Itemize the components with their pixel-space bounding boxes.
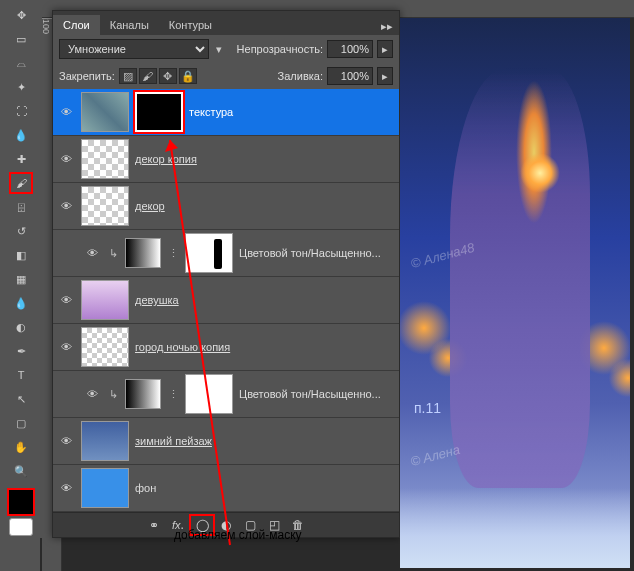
foreground-color[interactable] [7, 488, 35, 516]
layer-thumbnail[interactable] [81, 280, 129, 320]
layers-panel: Слои Каналы Контуры ▸▸ Умножение ▾ Непро… [52, 10, 400, 538]
layer-row[interactable]: 👁 зимний пейзаж [53, 418, 399, 465]
layer-row[interactable]: 👁 город ночью копия [53, 324, 399, 371]
dodge-tool[interactable]: ◐ [9, 316, 33, 338]
layer-thumbnail[interactable] [81, 186, 129, 226]
lock-all-icon[interactable]: 🔒 [179, 68, 197, 84]
layer-thumbnail[interactable] [81, 139, 129, 179]
clip-icon: ↳ [107, 247, 119, 260]
layer-name[interactable]: текстура [189, 106, 233, 118]
fill-label: Заливка: [278, 70, 323, 82]
eraser-tool[interactable]: ◧ [9, 244, 33, 266]
heal-tool[interactable]: ✚ [9, 148, 33, 170]
link-icon: ⋮ [167, 388, 179, 401]
visibility-icon[interactable]: 👁 [57, 150, 75, 168]
layer-name[interactable]: Цветовой тон/Насыщенно... [239, 388, 381, 400]
tab-channels[interactable]: Каналы [100, 15, 159, 35]
stamp-tool[interactable]: ⌹ [9, 196, 33, 218]
layer-name[interactable]: декор копия [135, 153, 197, 165]
layer-thumbnail[interactable] [81, 468, 129, 508]
layer-mask-thumbnail[interactable] [185, 374, 233, 414]
visibility-icon[interactable]: 👁 [83, 244, 101, 262]
fill-input[interactable] [327, 67, 373, 85]
step-annotation: п.11 [414, 400, 441, 416]
tool-palette: ✥ ▭ ⌓ ✦ ⛶ 💧 ✚ 🖌 ⌹ ↺ ◧ ▦ 💧 ◐ ✒ T ↖ ▢ ✋ 🔍 [0, 0, 42, 538]
watermark: © Aлена [409, 442, 461, 470]
shape-tool[interactable]: ▢ [9, 412, 33, 434]
layer-row[interactable]: 👁 текстура [53, 89, 399, 136]
fill-slider-icon[interactable]: ▸ [377, 67, 393, 85]
hand-tool[interactable]: ✋ [9, 436, 33, 458]
layer-row[interactable]: 👁 ↳ ⋮ Цветовой тон/Насыщенно... [53, 230, 399, 277]
layer-thumbnail[interactable] [81, 421, 129, 461]
canvas-artwork: © Алена48 © Aлена [400, 18, 630, 568]
blend-mode-select[interactable]: Умножение [59, 39, 209, 59]
lock-pixels-icon[interactable]: 🖌 [139, 68, 157, 84]
gradient-tool[interactable]: ▦ [9, 268, 33, 290]
layer-name[interactable]: зимний пейзаж [135, 435, 212, 447]
layer-name[interactable]: город ночью копия [135, 341, 230, 353]
visibility-icon[interactable]: 👁 [57, 432, 75, 450]
pen-tool[interactable]: ✒ [9, 340, 33, 362]
layer-name[interactable]: декор [135, 200, 165, 212]
visibility-icon[interactable]: 👁 [57, 291, 75, 309]
layer-name[interactable]: фон [135, 482, 156, 494]
wand-tool[interactable]: ✦ [9, 76, 33, 98]
text-annotation: добавляем слой-маску [174, 528, 302, 542]
visibility-icon[interactable]: 👁 [83, 385, 101, 403]
layer-row[interactable]: 👁 ↳ ⋮ Цветовой тон/Насыщенно... [53, 371, 399, 418]
tab-layers[interactable]: Слои [53, 15, 100, 35]
text-tool[interactable]: T [9, 364, 33, 386]
opacity-label: Непрозрачность: [237, 43, 323, 55]
lasso-tool[interactable]: ⌓ [9, 52, 33, 74]
layer-row[interactable]: 👁 девушка [53, 277, 399, 324]
visibility-icon[interactable]: 👁 [57, 338, 75, 356]
visibility-icon[interactable]: 👁 [57, 197, 75, 215]
layer-name[interactable]: девушка [135, 294, 179, 306]
layer-row[interactable]: 👁 декор копия [53, 136, 399, 183]
adjustment-thumbnail[interactable] [125, 238, 161, 268]
layer-mask-thumbnail[interactable] [135, 92, 183, 132]
layer-row[interactable]: 👁 фон [53, 465, 399, 512]
lock-position-icon[interactable]: ✥ [159, 68, 177, 84]
brush-tool[interactable]: 🖌 [9, 172, 33, 194]
opacity-slider-icon[interactable]: ▸ [377, 40, 393, 58]
layer-name[interactable]: Цветовой тон/Насыщенно... [239, 247, 381, 259]
visibility-icon[interactable]: 👁 [57, 103, 75, 121]
layer-thumbnail[interactable] [81, 92, 129, 132]
background-color[interactable] [9, 518, 33, 536]
history-brush-tool[interactable]: ↺ [9, 220, 33, 242]
path-tool[interactable]: ↖ [9, 388, 33, 410]
crop-tool[interactable]: ⛶ [9, 100, 33, 122]
opacity-input[interactable] [327, 40, 373, 58]
blend-dropdown-icon[interactable]: ▾ [213, 43, 225, 56]
eyedropper-tool[interactable]: 💧 [9, 124, 33, 146]
tab-paths[interactable]: Контуры [159, 15, 222, 35]
zoom-tool[interactable]: 🔍 [9, 460, 33, 482]
layer-thumbnail[interactable] [81, 327, 129, 367]
move-tool[interactable]: ✥ [9, 4, 33, 26]
link-layers-icon[interactable]: ⚭ [143, 516, 165, 534]
visibility-icon[interactable]: 👁 [57, 479, 75, 497]
marquee-tool[interactable]: ▭ [9, 28, 33, 50]
clip-icon: ↳ [107, 388, 119, 401]
adjustment-thumbnail[interactable] [125, 379, 161, 409]
blur-tool[interactable]: 💧 [9, 292, 33, 314]
link-icon: ⋮ [167, 247, 179, 260]
layer-row[interactable]: 👁 декор [53, 183, 399, 230]
lock-label: Закрепить: [59, 70, 115, 82]
layer-mask-thumbnail[interactable] [185, 233, 233, 273]
lock-transparency-icon[interactable]: ▨ [119, 68, 137, 84]
layer-list: 👁 текстура 👁 декор копия 👁 декор 👁 ↳ ⋮ Ц… [53, 89, 399, 512]
panel-menu-icon[interactable]: ▸▸ [375, 18, 399, 35]
